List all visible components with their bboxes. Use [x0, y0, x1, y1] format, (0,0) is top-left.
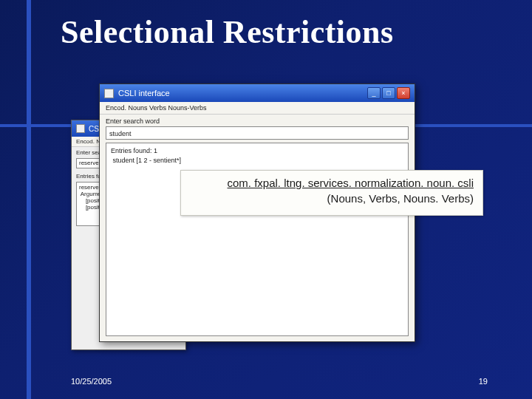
callout-line2: (Nouns, Verbs, Nouns. Verbs)	[190, 192, 474, 205]
minimize-button[interactable]: _	[367, 87, 381, 99]
accent-vertical	[27, 0, 31, 399]
titlebar-text: CSLI interface	[118, 89, 367, 98]
footer-date: 10/25/2005	[71, 377, 112, 386]
search-label-front: Enter search word	[100, 115, 415, 126]
app-icon	[104, 89, 114, 98]
titlebar-front[interactable]: CSLI interface _ □ ×	[100, 84, 415, 102]
slide: Selectional Restrictions CSLI in Encod. …	[0, 0, 532, 399]
menu-bar-front[interactable]: Encod. Nouns Verbs Nouns-Verbs	[100, 102, 415, 115]
slide-title: Selectional Restrictions	[61, 13, 394, 51]
callout-line1: com. fxpal. ltng. services. normalizatio…	[190, 177, 474, 189]
callout-label: com. fxpal. ltng. services. normalizatio…	[180, 170, 483, 216]
maximize-button[interactable]: □	[382, 87, 395, 99]
close-button[interactable]: ×	[397, 87, 410, 99]
app-icon	[76, 124, 85, 133]
footer-page-number: 19	[479, 377, 488, 386]
window-controls: _ □ ×	[367, 87, 410, 99]
search-input-front[interactable]: student	[106, 126, 409, 140]
